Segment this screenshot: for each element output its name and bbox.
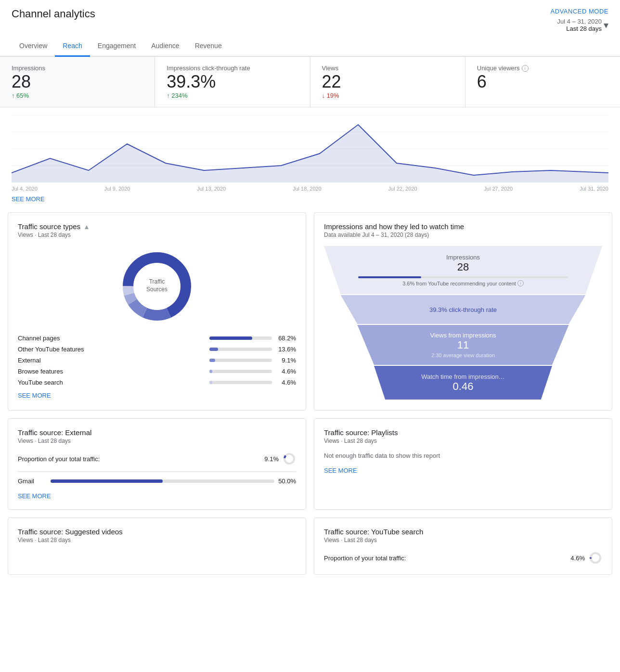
external-see-more[interactable]: SEE MORE [18, 492, 296, 500]
page-title: Channel analytics [12, 8, 95, 20]
playlists-subtitle: Views · Last 28 days [324, 438, 602, 444]
chart-label-0: Jul 4, 2020 [12, 186, 38, 192]
chart-label-5: Jul 27, 2020 [484, 186, 513, 192]
donut-chart: Traffic Sources [118, 248, 195, 325]
impressions-chart: 6 4 2 0 [12, 115, 608, 182]
youtube-search-subtitle: Views · Last 28 days [324, 537, 602, 543]
svg-point-18 [284, 454, 294, 464]
chart-see-more[interactable]: SEE MORE [12, 195, 608, 203]
sort-icon[interactable]: ▲ [83, 223, 90, 231]
metric-ctr: Impressions click-through rate 39.3% ↑ 2… [155, 57, 310, 107]
period-text: Last 28 days [566, 25, 602, 32]
traffic-item-0: Channel pages 68.2% [18, 335, 296, 342]
traffic-source-types-card: Traffic source types ▲ Views · Last 28 d… [8, 212, 306, 411]
traffic-item-1: Other YouTube features 13.6% [18, 346, 296, 353]
chart-label-1: Jul 9, 2020 [104, 186, 130, 192]
suggested-videos-subtitle: Views · Last 28 days [18, 537, 296, 543]
tab-engagement[interactable]: Engagement [90, 36, 143, 56]
traffic-source-types-subtitle: Views · Last 28 days [18, 232, 296, 238]
traffic-item-4: YouTube search 4.6% [18, 379, 296, 386]
yt-search-proportion-value: 4.6% [570, 555, 585, 562]
svg-text:Traffic: Traffic [149, 278, 165, 285]
traffic-item-2: External 9.1% [18, 357, 296, 364]
impressions-funnel-card: Impressions and how they led to watch ti… [314, 212, 612, 411]
suggested-videos-title: Traffic source: Suggested videos [18, 528, 296, 536]
chart-label-3: Jul 18, 2020 [293, 186, 322, 192]
external-traffic-title: Traffic source: External [18, 428, 296, 437]
proportion-label: Proportion of your total traffic: [18, 455, 260, 463]
gmail-row: Gmail 50.0% [18, 478, 296, 485]
chart-label-4: Jul 22, 2020 [388, 186, 417, 192]
metric-unique-viewers: Unique viewers i 6 [465, 57, 620, 107]
impressions-funnel-subtitle: Data available Jul 4 – 31, 2020 (28 days… [324, 232, 602, 238]
recommend-info-icon[interactable]: i [517, 280, 524, 286]
date-range-text: Jul 4 – 31, 2020 [557, 18, 602, 25]
tab-revenue[interactable]: Revenue [187, 36, 230, 56]
chart-label-2: Jul 13, 2020 [197, 186, 226, 192]
impressions-funnel-title: Impressions and how they led to watch ti… [324, 222, 602, 231]
youtube-search-card: Traffic source: YouTube search Views · L… [314, 517, 612, 575]
chart-label-6: Jul 31, 2020 [580, 186, 608, 192]
playlists-traffic-card: Traffic source: Playlists Views · Last 2… [314, 418, 612, 510]
traffic-item-3: Browse features 4.6% [18, 368, 296, 375]
youtube-search-title: Traffic source: YouTube search [324, 528, 602, 536]
suggested-videos-card: Traffic source: Suggested videos Views ·… [8, 517, 306, 575]
tab-overview[interactable]: Overview [12, 36, 55, 56]
svg-marker-5 [12, 125, 608, 182]
playlists-see-more[interactable]: SEE MORE [324, 467, 602, 474]
svg-point-20 [591, 553, 600, 563]
traffic-sources-see-more[interactable]: SEE MORE [18, 392, 296, 399]
external-traffic-subtitle: Views · Last 28 days [18, 438, 296, 444]
svg-text:Sources: Sources [146, 286, 168, 293]
external-traffic-card: Traffic source: External Views · Last 28… [8, 418, 306, 510]
traffic-source-types-title: Traffic source types [18, 222, 80, 231]
unique-viewers-info-icon[interactable]: i [522, 65, 529, 72]
proportion-mini-donut [283, 452, 296, 465]
date-dropdown-arrow[interactable]: ▾ [604, 19, 608, 31]
playlists-no-data: Not enough traffic data to show this rep… [324, 452, 602, 459]
playlists-title: Traffic source: Playlists [324, 428, 602, 437]
metric-impressions: Impressions 28 ↑ 65% [0, 57, 155, 107]
proportion-value: 9.1% [264, 455, 279, 463]
yt-search-mini-donut [589, 551, 602, 565]
yt-search-proportion-label: Proportion of your total traffic: [324, 555, 567, 562]
advanced-mode-button[interactable]: ADVANCED MODE [551, 8, 608, 15]
metric-views: Views 22 ↓ 19% [310, 57, 465, 107]
tab-audience[interactable]: Audience [143, 36, 187, 56]
tab-reach[interactable]: Reach [55, 36, 90, 57]
